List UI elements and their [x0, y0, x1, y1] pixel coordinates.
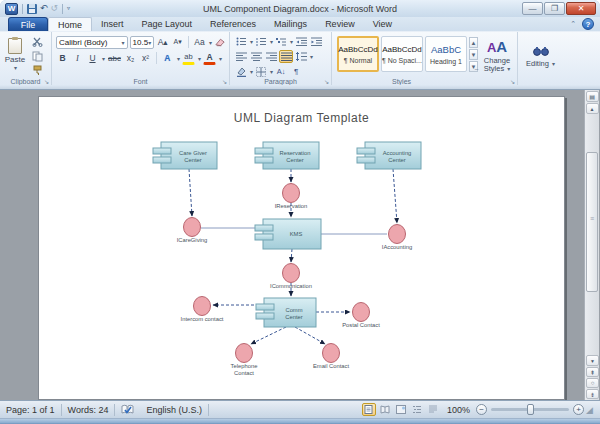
font-color-button[interactable]: A: [203, 52, 216, 65]
scroll-up-icon[interactable]: ▲: [586, 103, 599, 114]
style-no-spacing[interactable]: AaBbCcDd ¶ No Spaci...: [381, 36, 423, 72]
minimize-button[interactable]: —: [522, 2, 543, 15]
format-painter-icon[interactable]: [30, 64, 44, 76]
scrollbar-thumb[interactable]: [586, 152, 598, 292]
borders-icon[interactable]: [254, 65, 268, 78]
highlight-button[interactable]: ab: [182, 52, 195, 65]
zoom-in-icon[interactable]: +: [573, 404, 584, 415]
subscript-button[interactable]: x₂: [124, 52, 137, 65]
uml-interface-email-contact[interactable]: Email Contact: [313, 344, 349, 370]
uml-component-comm-center[interactable]: CommCenter: [256, 298, 316, 327]
uml-component-kms[interactable]: KMS: [255, 219, 321, 249]
draft-view-icon[interactable]: [426, 403, 440, 416]
align-center-icon[interactable]: [249, 50, 263, 63]
minimize-ribbon-icon[interactable]: ⌃: [570, 20, 576, 28]
change-styles-button[interactable]: AA Change Styles ▾: [479, 34, 515, 76]
tab-review[interactable]: Review: [316, 17, 364, 31]
language-indicator[interactable]: English (U.S.): [140, 401, 208, 418]
help-icon[interactable]: ?: [582, 18, 594, 30]
bold-button[interactable]: B: [56, 52, 69, 65]
scroll-down-icon[interactable]: ▼: [586, 355, 599, 366]
print-layout-view-icon[interactable]: [362, 403, 376, 416]
uml-edge[interactable]: [291, 249, 292, 262]
justify-icon[interactable]: [279, 50, 293, 63]
sort-icon[interactable]: A↓: [274, 65, 288, 78]
zoom-slider[interactable]: [491, 408, 569, 411]
paragraph-dialog-launcher-icon[interactable]: ↘: [324, 78, 329, 85]
clear-formatting-icon[interactable]: [214, 36, 227, 49]
uml-component-care-giver-center[interactable]: Care GiverCenter: [153, 142, 217, 169]
uml-interface-iaccounting[interactable]: IAccounting: [382, 225, 412, 251]
align-right-icon[interactable]: [264, 50, 278, 63]
underline-button[interactable]: U: [86, 52, 99, 65]
uml-edge[interactable]: [393, 169, 397, 223]
uml-component-accounting-center[interactable]: AccountingCenter: [357, 142, 421, 169]
font-size-combo[interactable]: 10.5 ▾: [130, 36, 155, 49]
styles-scroll-down-icon[interactable]: ▼: [469, 49, 478, 60]
superscript-button[interactable]: x²: [139, 52, 152, 65]
vertical-scrollbar[interactable]: ▤ ▲ ▼ ⇞ ○ ⇟: [584, 90, 599, 400]
uml-diagram[interactable]: Care GiverCenterReservationCenterAccount…: [39, 97, 566, 401]
numbering-icon[interactable]: [254, 35, 268, 48]
uml-interface-telephone-contact[interactable]: TelephoneContact: [231, 344, 258, 376]
tab-home[interactable]: Home: [48, 17, 92, 31]
document-page[interactable]: UML Diagram Template Care GiverCenterRes…: [38, 96, 565, 400]
page-indicator[interactable]: Page: 1 of 1: [0, 401, 61, 418]
font-family-combo[interactable]: Calibri (Body) ▾: [56, 36, 128, 49]
fullscreen-reading-view-icon[interactable]: [378, 403, 392, 416]
change-case-button[interactable]: Aa: [193, 36, 206, 49]
show-hide-pilcrow-icon[interactable]: ¶: [289, 65, 303, 78]
editing-button[interactable]: Editing ▾: [518, 32, 562, 86]
bullets-icon[interactable]: [234, 35, 248, 48]
styles-dialog-launcher-icon[interactable]: ↘: [510, 78, 515, 85]
ruler-toggle-icon[interactable]: ▤: [586, 91, 599, 102]
spell-check-icon[interactable]: [115, 401, 140, 418]
paste-button[interactable]: Paste ▾: [2, 34, 28, 74]
uml-edge[interactable]: [189, 169, 192, 216]
uml-interface-ireservation[interactable]: IReservation: [275, 184, 308, 210]
style-heading-1[interactable]: AaBbC Heading 1: [425, 36, 467, 72]
styles-more-icon[interactable]: ▼̲: [469, 61, 478, 72]
uml-interface-postal-contact[interactable]: Postal Contact: [342, 303, 380, 329]
styles-scroll-up-icon[interactable]: ▲: [469, 37, 478, 48]
maximize-button[interactable]: ❐: [544, 2, 565, 15]
cut-icon[interactable]: [30, 36, 44, 48]
uml-component-reservation-center[interactable]: ReservationCenter: [255, 142, 319, 169]
zoom-level[interactable]: 100%: [441, 405, 476, 415]
copy-icon[interactable]: [30, 50, 44, 62]
shrink-font-button[interactable]: A▾: [171, 36, 184, 49]
decrease-indent-icon[interactable]: [294, 35, 308, 48]
previous-page-icon[interactable]: ⇞: [586, 367, 599, 377]
italic-button[interactable]: I: [71, 52, 84, 65]
tab-mailings[interactable]: Mailings: [265, 17, 316, 31]
outline-view-icon[interactable]: [410, 403, 424, 416]
tab-page-layout[interactable]: Page Layout: [133, 17, 202, 31]
word-count[interactable]: Words: 24: [62, 401, 115, 418]
style-normal[interactable]: AaBbCcDd ¶ Normal: [337, 36, 379, 72]
uml-interface-icaregiving[interactable]: ICareGiving: [177, 218, 208, 244]
clipboard-dialog-launcher-icon[interactable]: ↘: [44, 78, 49, 85]
next-page-icon[interactable]: ⇟: [586, 389, 599, 399]
zoom-out-icon[interactable]: −: [476, 404, 487, 415]
uml-interface-icommunication[interactable]: ICommunication: [270, 264, 312, 290]
increase-indent-icon[interactable]: [309, 35, 323, 48]
grow-font-button[interactable]: A▴: [156, 36, 169, 49]
uml-edge[interactable]: [295, 327, 325, 344]
uml-interface-intercom-contact[interactable]: Intercom contact: [181, 297, 224, 323]
strikethrough-button[interactable]: abc: [107, 52, 122, 65]
close-button[interactable]: ✕: [566, 2, 596, 15]
align-left-icon[interactable]: [234, 50, 248, 63]
tab-view[interactable]: View: [364, 17, 401, 31]
browse-object-icon[interactable]: ○: [586, 378, 599, 388]
tab-file[interactable]: File: [8, 17, 48, 31]
web-layout-view-icon[interactable]: [394, 403, 408, 416]
line-spacing-icon[interactable]: [294, 50, 308, 63]
uml-edge[interactable]: [251, 327, 286, 344]
tab-references[interactable]: References: [201, 17, 265, 31]
font-dialog-launcher-icon[interactable]: ↘: [222, 78, 227, 85]
multilevel-list-icon[interactable]: [274, 35, 288, 48]
shading-icon[interactable]: [234, 65, 248, 78]
tab-insert[interactable]: Insert: [92, 17, 133, 31]
zoom-slider-handle[interactable]: [527, 404, 534, 415]
text-effects-button[interactable]: A: [161, 52, 174, 65]
